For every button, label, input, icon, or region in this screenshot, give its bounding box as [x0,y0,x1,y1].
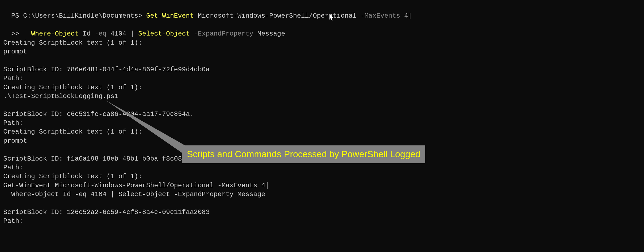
blank-line [3,101,641,110]
pipe-1: | [408,12,412,20]
ps-prompt-prefix: PS C:\Users\BillKindle\Documents> [11,12,146,20]
cmdlet-whereobject: Where-Object [31,30,79,37]
output-line: Where-Object Id -eq 4104 | Select-Object… [3,190,641,199]
output-line: Get-WinEvent Microsoft-Windows-PowerShel… [3,181,641,190]
output-line: Path: [3,119,641,128]
output-line: Creating Scriptblock text (1 of 1): [3,83,641,92]
output-line: Creating Scriptblock text (1 of 1): [3,128,641,136]
cmdlet-getwinevent: Get-WinEvent [146,12,194,20]
output-line: Creating Scriptblock text (1 of 1): [3,39,641,47]
param-eq: -eq [95,30,106,37]
arg-id: Id [79,30,95,37]
output-line: Path: [3,217,641,226]
cmdlet-selectobject: Select-Object [134,30,190,37]
output-line: ScriptBlock ID: e6e531fe-ca86-4304-aa17-… [3,110,641,119]
blank-line [3,56,641,65]
param-maxevents: -MaxEvents [360,12,400,20]
param-expand: -ExpandProperty [190,30,253,37]
annotation-text: Scripts and Commands Processed by PowerS… [187,149,420,159]
output-line: prompt [3,47,641,56]
output-line: .\Test-ScriptBlockLogging.ps1 [3,92,641,101]
val-message: Message [253,30,285,37]
blank-line [3,199,641,208]
command-line-2: >> Where-Object Id -eq 4104 | Select-Obj… [3,21,641,39]
output-line: Path: [3,74,641,83]
command-line-1: PS C:\Users\BillKindle\Documents> Get-Wi… [3,3,641,21]
arg-logname: Microsoft-Windows-PowerShell/Operational [194,12,360,20]
output-line: Creating Scriptblock text (1 of 1): [3,172,641,181]
val-4104: 4104 [106,30,130,37]
continuation-prefix: >> [11,30,31,37]
pipe-2: | [130,30,134,37]
output-line: prompt [3,137,641,145]
output-line: Path: [3,163,641,172]
output-line: ScriptBlock ID: 786e6481-044f-4d4a-869f-… [3,65,641,74]
output-line: ScriptBlock ID: 126e52a2-6c59-4cf8-8a4c-… [3,208,641,217]
annotation-callout: Scripts and Commands Processed by PowerS… [182,145,425,163]
val-maxevents: 4 [400,12,408,20]
